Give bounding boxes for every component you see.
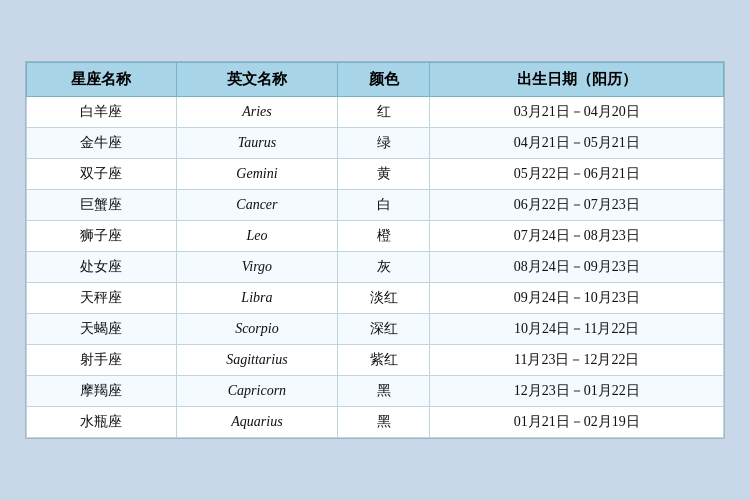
table-row: 白羊座Aries红03月21日－04月20日 <box>27 97 724 128</box>
table-row: 射手座Sagittarius紫红11月23日－12月22日 <box>27 345 724 376</box>
cell-english: Sagittarius <box>176 345 337 376</box>
cell-chinese: 水瓶座 <box>27 407 177 438</box>
cell-dates: 04月21日－05月21日 <box>430 128 724 159</box>
cell-english: Gemini <box>176 159 337 190</box>
cell-color: 橙 <box>337 221 429 252</box>
cell-chinese: 射手座 <box>27 345 177 376</box>
cell-dates: 09月24日－10月23日 <box>430 283 724 314</box>
cell-color: 黑 <box>337 407 429 438</box>
table-row: 狮子座Leo橙07月24日－08月23日 <box>27 221 724 252</box>
table-row: 摩羯座Capricorn黑12月23日－01月22日 <box>27 376 724 407</box>
table-row: 双子座Gemini黄05月22日－06月21日 <box>27 159 724 190</box>
cell-english: Virgo <box>176 252 337 283</box>
zodiac-table: 星座名称 英文名称 颜色 出生日期（阳历） 白羊座Aries红03月21日－04… <box>26 62 724 438</box>
cell-chinese: 处女座 <box>27 252 177 283</box>
cell-chinese: 白羊座 <box>27 97 177 128</box>
cell-english: Aries <box>176 97 337 128</box>
cell-color: 黄 <box>337 159 429 190</box>
cell-chinese: 天秤座 <box>27 283 177 314</box>
table-row: 处女座Virgo灰08月24日－09月23日 <box>27 252 724 283</box>
cell-english: Leo <box>176 221 337 252</box>
cell-dates: 07月24日－08月23日 <box>430 221 724 252</box>
cell-dates: 08月24日－09月23日 <box>430 252 724 283</box>
cell-chinese: 双子座 <box>27 159 177 190</box>
table-row: 天秤座Libra淡红09月24日－10月23日 <box>27 283 724 314</box>
table-row: 天蝎座Scorpio深红10月24日－11月22日 <box>27 314 724 345</box>
table-row: 金牛座Taurus绿04月21日－05月21日 <box>27 128 724 159</box>
cell-english: Cancer <box>176 190 337 221</box>
cell-english: Libra <box>176 283 337 314</box>
table-body: 白羊座Aries红03月21日－04月20日金牛座Taurus绿04月21日－0… <box>27 97 724 438</box>
table-row: 水瓶座Aquarius黑01月21日－02月19日 <box>27 407 724 438</box>
cell-color: 淡红 <box>337 283 429 314</box>
table-header-row: 星座名称 英文名称 颜色 出生日期（阳历） <box>27 63 724 97</box>
col-header-english: 英文名称 <box>176 63 337 97</box>
cell-color: 紫红 <box>337 345 429 376</box>
cell-english: Scorpio <box>176 314 337 345</box>
cell-dates: 12月23日－01月22日 <box>430 376 724 407</box>
col-header-chinese: 星座名称 <box>27 63 177 97</box>
cell-english: Taurus <box>176 128 337 159</box>
cell-chinese: 天蝎座 <box>27 314 177 345</box>
cell-color: 绿 <box>337 128 429 159</box>
cell-color: 黑 <box>337 376 429 407</box>
cell-color: 红 <box>337 97 429 128</box>
cell-dates: 10月24日－11月22日 <box>430 314 724 345</box>
col-header-color: 颜色 <box>337 63 429 97</box>
cell-dates: 01月21日－02月19日 <box>430 407 724 438</box>
cell-dates: 11月23日－12月22日 <box>430 345 724 376</box>
cell-color: 灰 <box>337 252 429 283</box>
cell-dates: 06月22日－07月23日 <box>430 190 724 221</box>
cell-color: 深红 <box>337 314 429 345</box>
cell-chinese: 摩羯座 <box>27 376 177 407</box>
zodiac-table-container: 星座名称 英文名称 颜色 出生日期（阳历） 白羊座Aries红03月21日－04… <box>25 61 725 439</box>
cell-english: Aquarius <box>176 407 337 438</box>
cell-chinese: 狮子座 <box>27 221 177 252</box>
cell-english: Capricorn <box>176 376 337 407</box>
col-header-dates: 出生日期（阳历） <box>430 63 724 97</box>
table-row: 巨蟹座Cancer白06月22日－07月23日 <box>27 190 724 221</box>
cell-dates: 03月21日－04月20日 <box>430 97 724 128</box>
cell-dates: 05月22日－06月21日 <box>430 159 724 190</box>
cell-chinese: 巨蟹座 <box>27 190 177 221</box>
cell-chinese: 金牛座 <box>27 128 177 159</box>
cell-color: 白 <box>337 190 429 221</box>
